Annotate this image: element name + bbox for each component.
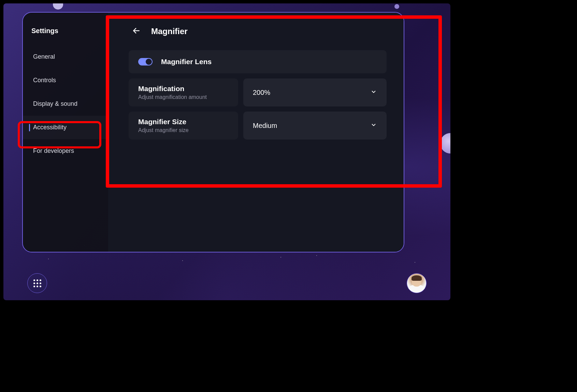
sidebar-item-accessibility[interactable]: Accessibility (23, 116, 108, 139)
setting-description: Adjust magnification amount (138, 94, 229, 100)
sidebar-item-general[interactable]: General (23, 45, 108, 69)
back-arrow-icon[interactable] (132, 26, 141, 37)
user-avatar-button[interactable] (407, 273, 427, 293)
sidebar-title: Settings (23, 20, 108, 45)
main-panel: Magnifier Magnifier Lens Magnification A… (108, 13, 404, 252)
panel-title: Magnifier (151, 27, 188, 36)
chevron-down-icon (370, 121, 377, 130)
apps-grid-icon (33, 279, 41, 287)
avatar-hair (412, 275, 422, 281)
setting-description: Adjust magnifier size (138, 127, 229, 133)
sidebar-item-for-developers[interactable]: For developers (23, 139, 108, 163)
setting-label: Magnification (138, 85, 229, 93)
setting-info: Magnification Adjust magnification amoun… (129, 78, 238, 106)
dropdown-value: 200% (253, 89, 270, 97)
magnifier-lens-toggle[interactable] (138, 58, 153, 66)
taskbar (3, 270, 450, 297)
setting-info: Magnifier Size Adjust magnifier size (129, 112, 238, 140)
sidebar-item-controls[interactable]: Controls (23, 69, 108, 92)
settings-window: Settings General Controls Display & soun… (22, 12, 404, 252)
magnifier-size-dropdown[interactable]: Medium (243, 112, 387, 140)
setting-label: Magnifier Size (138, 118, 229, 126)
toggle-label: Magnifier Lens (161, 58, 212, 66)
setting-toggle-row: Magnifier Lens (129, 50, 387, 73)
sidebar-item-label: Controls (33, 77, 56, 84)
sidebar-item-label: General (33, 53, 55, 60)
setting-magnifier-size: Magnifier Size Adjust magnifier size Med… (129, 112, 387, 140)
sidebar-item-label: For developers (33, 147, 74, 154)
apps-button[interactable] (27, 273, 47, 293)
decoration-planet-right (440, 133, 450, 154)
magnification-dropdown[interactable]: 200% (243, 78, 387, 106)
toggle-knob (146, 59, 152, 65)
sidebar-item-label: Accessibility (33, 124, 67, 131)
sidebar-item-display-sound[interactable]: Display & sound (23, 92, 108, 116)
panel-header: Magnifier (132, 26, 387, 37)
dropdown-value: Medium (253, 122, 277, 130)
sidebar-item-label: Display & sound (33, 100, 77, 107)
setting-magnification: Magnification Adjust magnification amoun… (129, 78, 387, 106)
sidebar: Settings General Controls Display & soun… (23, 13, 108, 252)
decoration-planet-small (394, 4, 399, 9)
decoration-moon (53, 3, 63, 10)
desktop-background: Settings General Controls Display & soun… (3, 3, 450, 300)
chevron-down-icon (370, 88, 377, 97)
